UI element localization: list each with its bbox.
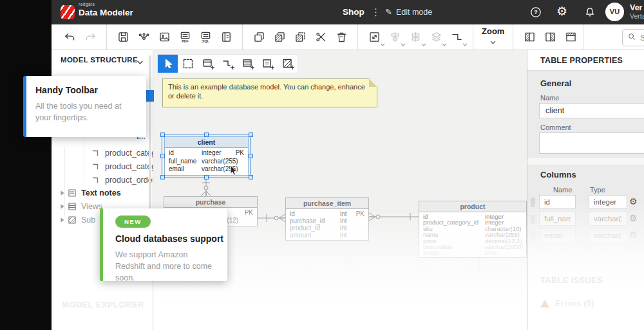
save-button[interactable] [114, 28, 132, 47]
edit-mode-label: Edit mode [396, 8, 432, 17]
column-name-field[interactable] [539, 195, 576, 209]
drag-handle[interactable] [531, 215, 535, 224]
zoom-dropdown[interactable]: Zoom [482, 27, 504, 48]
toggle-right-panel-button[interactable] [541, 28, 559, 47]
add-subject-area-tool[interactable] [278, 55, 298, 73]
copy-button[interactable] [250, 28, 268, 47]
settings-gear-icon[interactable]: ⚙ [556, 5, 567, 19]
text-note[interactable]: This is an example database model. You c… [162, 78, 377, 107]
warning-triangle-icon [540, 300, 549, 307]
cut-button[interactable] [312, 28, 330, 47]
toolbar-divider [473, 24, 473, 50]
shop-link[interactable]: Shop [343, 0, 365, 24]
name-label: Name [540, 94, 559, 102]
column-name-field[interactable] [539, 212, 576, 226]
drag-handle[interactable] [531, 232, 535, 241]
toolbar-groups: PDFSQL [59, 24, 467, 50]
drag-handle[interactable] [531, 198, 535, 207]
panel-toggles [519, 28, 581, 47]
redo-button [81, 28, 99, 47]
add-reference-tool[interactable] [218, 55, 238, 73]
column-type-field[interactable] [589, 212, 627, 226]
documentation-button[interactable] [217, 28, 235, 47]
caret-right-icon[interactable] [60, 190, 65, 196]
export-image-button[interactable] [155, 28, 173, 47]
table-column-row: idintPK [286, 210, 368, 217]
column-type: int [340, 217, 354, 225]
popup-body: We support Amazon Redshift and more to c… [115, 249, 227, 284]
table-header[interactable]: client [165, 137, 248, 148]
svg-text:SQL: SQL [202, 39, 210, 43]
table-header[interactable]: purchase [164, 197, 257, 208]
add-table-tool[interactable] [198, 55, 218, 73]
panel-left-icon [523, 30, 536, 44]
kebab-menu-icon[interactable]: ⋮ [371, 0, 381, 24]
export-pdf-button[interactable]: PDF [176, 28, 194, 47]
column-type: blob [485, 250, 522, 255]
column-type: int [340, 225, 354, 232]
table-name-field[interactable] [539, 103, 644, 118]
column-settings-gear-icon[interactable]: ⚙ [629, 230, 638, 240]
toggle-top-panel-button[interactable] [562, 28, 580, 47]
column-name: full_name [169, 158, 202, 166]
column-name: description [423, 244, 485, 250]
paste-button[interactable] [270, 28, 289, 47]
column-name-field[interactable] [539, 228, 576, 243]
edit-mode-toggle[interactable]: ✎Edit mode [385, 0, 432, 24]
column-type-field[interactable] [589, 228, 627, 243]
brand-company: redgate [79, 3, 133, 7]
marquee-tool[interactable] [178, 55, 198, 73]
share-icon [137, 30, 151, 44]
search-input[interactable]: S [622, 29, 644, 46]
redo-icon [84, 30, 97, 44]
table-column-row: idintegerPK [165, 149, 248, 158]
column-name: id [169, 149, 202, 158]
connector-style-button[interactable] [448, 28, 466, 47]
diagram-table-purchase_item[interactable]: purchase_itemidintPKpurchase_idintproduc… [285, 197, 369, 241]
select-tool[interactable] [158, 55, 178, 73]
tree-item-label: Sub [81, 215, 95, 225]
align-horizontal-icon [388, 30, 402, 44]
table-comment-field[interactable] [539, 133, 644, 154]
resize-button[interactable] [365, 28, 383, 47]
export-sql-icon: SQL [199, 30, 213, 44]
help-icon[interactable]: ? [529, 6, 542, 19]
tree-item-text-notes[interactable]: Text notes [52, 187, 158, 199]
add-note-tool[interactable] [258, 55, 278, 73]
user-avatar[interactable]: VU [605, 3, 624, 21]
chevron-down-icon [401, 43, 406, 47]
diagram-table-product[interactable]: productidintegerproduct_category_idinteg… [419, 201, 527, 258]
panel-right-icon [544, 30, 557, 44]
paste-format-icon [294, 30, 307, 44]
column-name-header: Name [553, 186, 572, 194]
diagram-canvas[interactable]: This is an example database model. You c… [153, 50, 527, 330]
notifications-bell-icon[interactable] [583, 6, 596, 19]
section-divider [527, 158, 644, 165]
handy-toolbar-popup: Handy Toolbar All the tools you need at … [23, 76, 146, 137]
faded-table [419, 293, 527, 313]
caret-right-icon[interactable] [60, 217, 65, 223]
column-settings-gear-icon[interactable]: ⚙ [629, 213, 638, 223]
column-pk-flag [354, 225, 365, 232]
table-header[interactable]: product [419, 201, 526, 212]
column-name: price [423, 238, 485, 244]
search-text: S [640, 33, 644, 42]
add-view-tool[interactable] [238, 55, 258, 73]
export-sql-button[interactable]: SQL [196, 28, 214, 47]
table-column-row: amountint [286, 232, 368, 239]
toggle-left-panel-button[interactable] [520, 28, 538, 47]
undo-button[interactable] [61, 28, 79, 47]
new-badge: NEW [115, 215, 151, 228]
layers-button [427, 28, 445, 47]
brand-product: Data Modeler [79, 8, 133, 17]
sidebar-scrollbar[interactable] [149, 55, 151, 230]
column-type-field[interactable] [589, 195, 627, 209]
table-header[interactable]: purchase_item [286, 198, 368, 209]
paste-format-button[interactable] [291, 28, 309, 47]
popup-body: All the tools you need at your fingertip… [35, 100, 137, 124]
text-note-content: This is an example database model. You c… [168, 83, 365, 100]
delete-button[interactable] [332, 28, 350, 47]
caret-right-icon[interactable] [60, 204, 65, 209]
share-button[interactable] [135, 28, 153, 47]
column-settings-gear-icon[interactable]: ⚙ [629, 196, 638, 206]
